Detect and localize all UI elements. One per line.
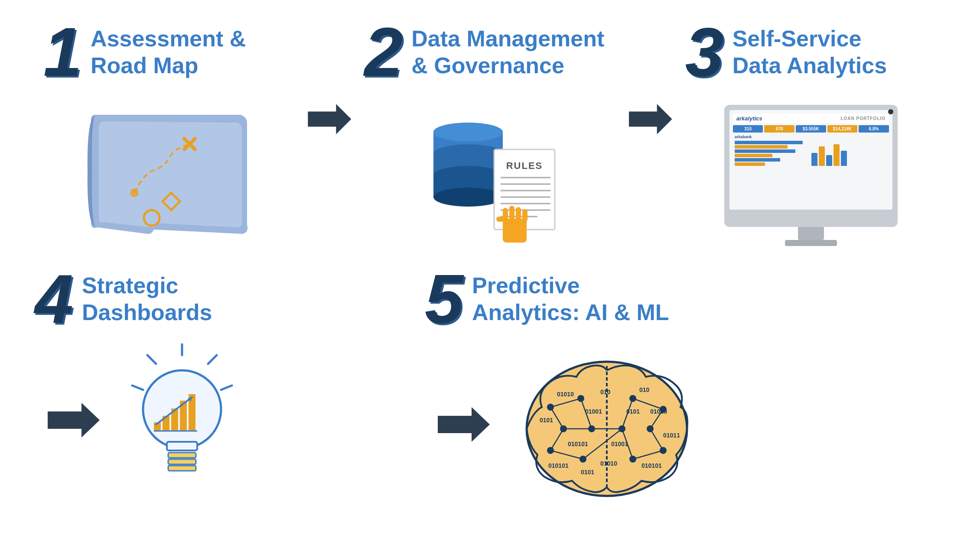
- step-4-header: 4 Strategic Dashboards: [35, 264, 338, 334]
- step-4-illustration-row: [48, 342, 243, 498]
- step-4-title: Strategic Dashboards: [82, 272, 212, 326]
- arrow-shape-2: [629, 104, 672, 134]
- step-3-number: 3: [685, 17, 724, 87]
- svg-point-12: [433, 123, 503, 142]
- monitor-frame: arkalytics LOAN PORTFOLIO 310 670 $3.555…: [724, 105, 898, 227]
- step-4-number: 4: [35, 264, 73, 334]
- monitor-container: arkalytics LOAN PORTFOLIO 310 670 $3.555…: [720, 106, 902, 245]
- db-rules-svg: RULES: [407, 106, 572, 245]
- step-2-number: 2: [364, 17, 403, 87]
- step-3-illustration: arkalytics LOAN PORTFOLIO 310 670 $3.555…: [677, 100, 945, 251]
- brain-svg: 01010 0101 010101 010101 01001 010 01001…: [516, 342, 698, 507]
- svg-text:0101: 0101: [626, 408, 640, 415]
- step-3-title: Self-Service Data Analytics: [733, 25, 887, 79]
- svg-point-11: [433, 188, 503, 207]
- arrow-1: [303, 17, 355, 134]
- step-5-illustration-row: 01010 0101 010101 010101 01001 010 01001…: [438, 342, 698, 507]
- svg-line-36: [132, 385, 143, 390]
- arkabank-label: arkabank: [733, 135, 889, 139]
- svg-text:010101: 010101: [568, 440, 588, 447]
- svg-text:RULES: RULES: [506, 160, 543, 171]
- arrow-shape-4: [438, 407, 490, 442]
- bottom-row: 4 Strategic Dashboards: [35, 264, 945, 507]
- svg-text:01011: 01011: [663, 432, 680, 439]
- step-1-number: 1: [43, 17, 82, 87]
- svg-text:010101: 010101: [548, 462, 569, 469]
- step-2-illustration: RULES: [355, 100, 624, 251]
- arrow-2: [625, 17, 677, 134]
- step-2-title: Data Management & Governance: [411, 25, 604, 79]
- svg-line-34: [221, 385, 232, 390]
- step-1-block: 1 Assessment & Road Map: [35, 17, 303, 251]
- metric-310: 310: [733, 125, 763, 133]
- metric-14214k: $14,214K: [827, 125, 858, 133]
- svg-rect-25: [516, 207, 521, 223]
- arrow-shape-1: [308, 104, 351, 134]
- step-5-header: 5 Predictive Analytics: AI & ML: [425, 264, 669, 334]
- arrow-shape-3: [48, 403, 100, 437]
- svg-text:010: 010: [639, 386, 650, 393]
- svg-point-4: [130, 188, 139, 197]
- step-1-title: Assessment & Road Map: [91, 25, 246, 79]
- screen-portfolio-label: LOAN PORTFOLIO: [840, 116, 885, 121]
- svg-rect-23: [503, 208, 508, 223]
- svg-rect-41: [168, 466, 196, 471]
- lightbulb-svg: [121, 342, 243, 498]
- step-4-area: 4 Strategic Dashboards: [35, 264, 425, 498]
- map-svg: [82, 106, 256, 245]
- svg-line-33: [208, 355, 217, 364]
- step-5-area: 5 Predictive Analytics: AI & ML: [425, 264, 945, 507]
- step-3-block: 3 Self-Service Data Analytics: [677, 17, 945, 251]
- svg-rect-27: [496, 217, 504, 222]
- svg-rect-24: [509, 206, 514, 222]
- screen-logo: arkalytics: [736, 115, 762, 122]
- svg-text:01010: 01010: [600, 460, 617, 467]
- svg-text:01010: 01010: [557, 391, 574, 398]
- metric-670: 670: [764, 125, 794, 133]
- svg-rect-39: [168, 453, 196, 458]
- svg-text:0101: 0101: [540, 417, 553, 424]
- monitor-base: [785, 240, 837, 246]
- svg-rect-40: [168, 459, 196, 464]
- step-3-header: 3 Self-Service Data Analytics: [677, 17, 945, 87]
- arrow-4-container: [438, 407, 490, 442]
- svg-text:01001: 01001: [611, 440, 628, 447]
- svg-text:01010: 01010: [650, 408, 667, 415]
- step-2-header: 2 Data Management & Governance: [355, 17, 624, 87]
- step-2-block: 2 Data Management & Governance: [355, 17, 624, 251]
- svg-rect-26: [522, 209, 527, 222]
- step-5-number: 5: [425, 264, 463, 334]
- svg-line-35: [147, 355, 156, 364]
- arrow-3-container: [48, 403, 100, 437]
- svg-text:010: 010: [600, 389, 611, 395]
- metric-3555k: $3.555K: [796, 125, 826, 133]
- step-5-title: Predictive Analytics: AI & ML: [472, 272, 669, 326]
- step-1-header: 1 Assessment & Road Map: [35, 17, 303, 87]
- monitor-screen: arkalytics LOAN PORTFOLIO 310 670 $3.555…: [729, 110, 892, 210]
- main-container: 1 Assessment & Road Map: [0, 0, 980, 557]
- metric-68pct: 6.8%: [859, 125, 889, 133]
- step-1-illustration: [35, 100, 303, 251]
- svg-text:01001: 01001: [585, 408, 602, 415]
- svg-rect-38: [167, 442, 197, 450]
- svg-text:0101: 0101: [581, 469, 594, 476]
- top-row: 1 Assessment & Road Map: [35, 17, 945, 251]
- svg-text:010101: 010101: [641, 462, 662, 469]
- monitor-stand: [798, 227, 824, 240]
